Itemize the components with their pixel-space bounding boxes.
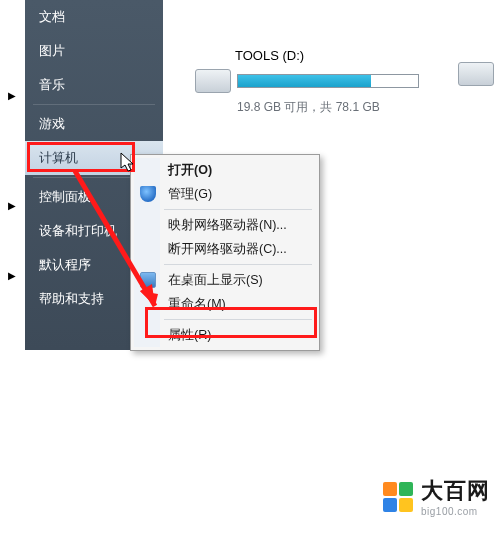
- ctx-properties[interactable]: 属性(R): [134, 323, 316, 347]
- submenu-arrow-icon: ▶: [8, 270, 16, 281]
- sidebar-item-music[interactable]: 音乐: [25, 68, 163, 102]
- ctx-open[interactable]: 打开(O): [134, 158, 316, 182]
- hard-drive-icon: [195, 69, 231, 93]
- watermark-logo: 大百网 big100.com: [383, 476, 490, 517]
- drive-capacity-fill: [238, 75, 371, 87]
- ctx-disconnect-drive[interactable]: 断开网络驱动器(C)...: [134, 237, 316, 261]
- logo-subtext: big100.com: [421, 506, 490, 517]
- sidebar-item-pictures[interactable]: 图片: [25, 34, 163, 68]
- drive-panel: TOOLS (D:) 19.8 GB 可用，共 78.1 GB: [195, 48, 495, 116]
- ctx-map-network-drive[interactable]: 映射网络驱动器(N)...: [134, 213, 316, 237]
- submenu-arrow-icon: ▶: [8, 90, 16, 101]
- sidebar-item-documents[interactable]: 文档: [25, 0, 163, 34]
- ctx-manage[interactable]: 管理(G): [134, 182, 316, 206]
- drive-title: TOOLS (D:): [235, 48, 495, 63]
- drive-capacity-bar: [237, 74, 419, 88]
- logo-squares-icon: [383, 482, 413, 512]
- shield-icon: [140, 186, 156, 202]
- ctx-show-on-desktop[interactable]: 在桌面上显示(S): [134, 268, 316, 292]
- context-menu: 打开(O) 管理(G) 映射网络驱动器(N)... 断开网络驱动器(C)... …: [130, 154, 320, 351]
- ctx-rename[interactable]: 重命名(M): [134, 292, 316, 316]
- monitor-icon: [140, 272, 156, 288]
- hard-drive-icon: [458, 62, 494, 86]
- submenu-arrow-icon: ▶: [8, 200, 16, 211]
- sidebar-item-games[interactable]: 游戏: [25, 107, 163, 141]
- drive-subtitle: 19.8 GB 可用，共 78.1 GB: [237, 99, 495, 116]
- logo-text: 大百网: [421, 476, 490, 506]
